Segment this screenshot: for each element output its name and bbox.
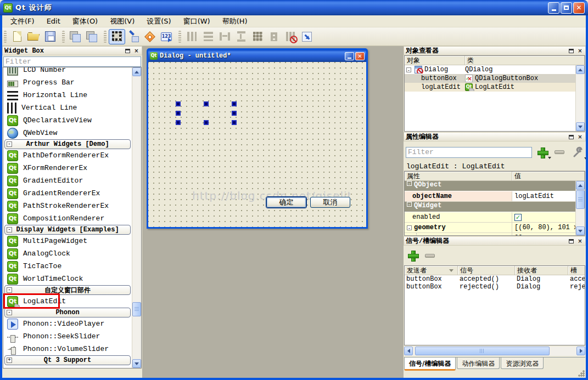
scroll-left-button[interactable] (404, 347, 413, 355)
new-form-button[interactable] (9, 29, 25, 44)
widget-item-compositionrenderer[interactable]: CompositionRenderer (3, 212, 132, 225)
widget-item-xformrendererex[interactable]: XFormRendererEx (3, 162, 132, 174)
property-filter-input[interactable] (406, 147, 532, 158)
widget-category-6[interactable]: -Arthur Widgets [Demo] (4, 139, 131, 149)
checkbox-checked[interactable]: ✓ (514, 214, 522, 221)
connection-row-0[interactable]: buttonBoxaccepted()Dialogaccepted() (405, 275, 585, 283)
collapse-icon[interactable]: - (7, 227, 12, 232)
menu-item-3[interactable]: 视图(V) (104, 15, 141, 27)
widget-item-worldtimeclock[interactable]: WorldTimeClock (3, 273, 132, 285)
float-panel-button[interactable] (568, 47, 575, 54)
column-object[interactable]: 对象 (405, 56, 465, 65)
menu-item-0[interactable]: 文件(F) (4, 15, 41, 27)
break-layout-button[interactable] (282, 29, 299, 44)
raise-widget-button[interactable] (67, 29, 83, 44)
edit-tab-order-button[interactable] (158, 29, 175, 44)
collapse-icon[interactable]: - (407, 181, 412, 186)
edit-widgets-button[interactable] (109, 29, 125, 44)
scroll-up-button[interactable] (132, 67, 141, 76)
widget-category-13[interactable]: -Display Widgets [Examples] (4, 225, 131, 235)
layout-horizontal-button[interactable] (183, 29, 200, 44)
object-row-logLatEdit[interactable]: logLatEditLogLatEdit (405, 83, 585, 92)
selection-handle[interactable] (204, 101, 209, 106)
float-panel-button[interactable] (124, 47, 131, 54)
column-slot[interactable]: 槽 (568, 266, 585, 275)
property-group-QWidget[interactable]: -QWidget (405, 202, 575, 212)
tab-2[interactable]: 资源浏览器 (501, 358, 544, 369)
selection-handle[interactable] (232, 101, 237, 106)
cancel-button[interactable]: 取消 (310, 197, 350, 208)
selection-handle[interactable] (176, 101, 181, 106)
close-panel-button[interactable]: × (133, 47, 140, 54)
expand-icon[interactable]: + (7, 358, 12, 363)
toolbar-grip[interactable] (104, 31, 107, 43)
close-panel-button[interactable]: × (576, 133, 584, 140)
save-form-button[interactable] (42, 29, 58, 44)
remove-connection-button[interactable] (425, 254, 435, 258)
selection-handle[interactable] (176, 120, 181, 125)
scroll-up-button[interactable] (576, 181, 585, 190)
scroll-up-button[interactable] (576, 65, 585, 74)
close-panel-button[interactable]: × (576, 237, 584, 245)
widget-item-qdeclarativeview[interactable]: QDeclarativeView (3, 114, 132, 127)
selection-handle[interactable] (176, 111, 181, 116)
collapse-icon[interactable]: - (7, 310, 12, 315)
widget-item-phonon-seekslider[interactable]: Phonon::SeekSlider (3, 330, 132, 343)
object-row-Dialog[interactable]: -DialogQDialog (405, 65, 585, 74)
horizontal-scrollbar[interactable] (404, 347, 585, 356)
edit-buddies-button[interactable] (142, 29, 158, 44)
widget-list-scrollbar[interactable] (132, 67, 141, 368)
menu-item-6[interactable]: 帮助(H) (216, 15, 254, 27)
resize-grip[interactable] (578, 370, 585, 377)
widget-item-gradientrendererex[interactable]: GradientRendererEx (3, 187, 132, 200)
property-name-cell[interactable]: -geometry (405, 223, 512, 232)
form-minimize-button[interactable] (345, 52, 354, 60)
open-form-button[interactable] (25, 29, 42, 44)
widget-item-lcd-number[interactable]: LCD Number (3, 67, 132, 76)
property-row-enabled[interactable]: enabled✓ (405, 212, 575, 223)
widget-category-24[interactable]: +Qt 3 Support (4, 355, 131, 365)
toolbar-grip[interactable] (178, 31, 181, 43)
layout-splitter-horizontal-button[interactable] (216, 29, 233, 44)
menu-item-4[interactable]: 设置(S) (141, 15, 177, 27)
property-name-cell[interactable]: enabled (405, 212, 512, 222)
layout-form-button[interactable] (266, 29, 282, 44)
toolbar-grip[interactable] (62, 31, 65, 43)
property-name-cell[interactable]: x (405, 233, 512, 236)
close-panel-button[interactable]: × (576, 47, 584, 54)
toolbar-grip[interactable] (4, 31, 7, 43)
property-name-cell[interactable]: objectName (405, 191, 512, 201)
object-row-buttonBox[interactable]: buttonBoxQDialogButtonBox (405, 74, 585, 83)
float-panel-button[interactable] (568, 237, 575, 245)
selection-handle[interactable] (232, 111, 237, 116)
property-row-x[interactable]: x60 (405, 233, 575, 236)
scroll-thumb[interactable] (576, 190, 585, 209)
property-value-cell[interactable]: logLatEdit (512, 191, 575, 201)
widget-item-phonon-videoplayer[interactable]: Phonon::VideoPlayer (3, 317, 132, 330)
widget-item-phonon-volumeslider[interactable]: Phonon::VolumeSlider (3, 343, 132, 355)
widget-item-gradienteditor[interactable]: GradientEditor (3, 174, 132, 187)
tab-1[interactable]: 动作编辑器 (457, 358, 500, 369)
connection-row-1[interactable]: buttonBoxrejected()Dialogrejected() (405, 283, 585, 291)
add-property-button[interactable] (537, 147, 548, 158)
remove-property-button[interactable] (555, 150, 564, 154)
maximize-button[interactable] (561, 2, 572, 14)
tab-0[interactable]: 信号/槽编辑器 (404, 358, 456, 371)
widget-filter-input[interactable] (3, 56, 141, 67)
menu-item-5[interactable]: 窗口(W) (177, 15, 216, 27)
column-receiver[interactable]: 接收者 (515, 266, 568, 275)
property-group-QObject[interactable]: -QObject (405, 181, 575, 191)
column-sender[interactable]: 发送者 (405, 266, 458, 275)
selection-handle[interactable] (232, 120, 237, 125)
property-row-objectName[interactable]: objectNamelogLatEdit (405, 191, 575, 202)
form-canvas[interactable]: http://blog.csdn.net/giselit 确定 取消 (148, 62, 366, 227)
scroll-down-button[interactable] (576, 226, 585, 235)
property-value-cell[interactable]: ✓ (512, 212, 575, 222)
configure-button[interactable] (572, 146, 584, 158)
property-value-cell[interactable]: 60 (512, 233, 575, 236)
property-row-geometry[interactable]: -geometry[(60, 80), 101 x… (405, 223, 575, 233)
widget-item-pathdeformrendererex[interactable]: PathDeformRendererEx (3, 149, 132, 162)
collapse-icon[interactable]: - (7, 287, 12, 293)
layout-vertical-button[interactable] (200, 29, 216, 44)
ok-button[interactable]: 确定 (266, 197, 306, 208)
